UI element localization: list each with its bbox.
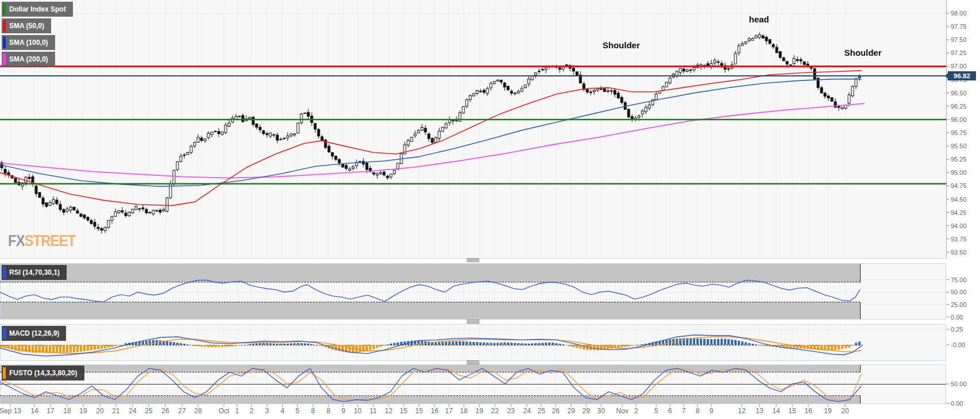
last-price-marker: 96.82: [948, 71, 976, 80]
x-tick-label: 26: [552, 407, 559, 415]
price-tick-label: 97.00: [951, 63, 967, 70]
x-tick-label: 8: [696, 407, 700, 415]
x-tick-label: 17: [445, 407, 452, 415]
logo-fx: FX: [8, 232, 25, 249]
legend-item[interactable]: SMA (50,0): [2, 18, 51, 33]
price-tick-label: 95.00: [951, 169, 967, 176]
price-tick-label: 98.00: [951, 10, 967, 17]
legend-color-bar: [3, 3, 6, 15]
price-tick-label: 95.50: [951, 143, 967, 149]
price-tick-label: 96.50: [951, 90, 967, 97]
rsi-color-bar: [3, 267, 6, 278]
macd-indicator-label[interactable]: MACD (12,26,9): [2, 326, 66, 341]
x-tick-label: 24: [523, 407, 530, 415]
fxstreet-logo: FXSTREET: [8, 232, 76, 250]
legend-item[interactable]: SMA (200,0): [2, 52, 55, 67]
price-tick-label: 94.25: [951, 209, 967, 216]
x-tick-label: 11: [370, 407, 377, 415]
x-tick-label: 5: [296, 407, 300, 415]
x-tick-label: 25: [145, 407, 152, 415]
panel-resize-handle[interactable]: [467, 360, 479, 365]
rsi-tick-label: 25.00: [951, 301, 967, 308]
x-tick-label: 17: [47, 407, 54, 415]
macd-tick-label: -0.00: [951, 341, 965, 348]
x-tick-label: 27: [178, 407, 185, 415]
x-tick-label: 26: [161, 407, 169, 415]
x-tick-label: 6: [668, 407, 672, 415]
logo-street: STREET: [25, 232, 76, 249]
price-tick-label: 96.25: [951, 103, 967, 110]
x-tick-label: 18: [460, 407, 467, 415]
legend-item[interactable]: SMA (100,0): [2, 35, 55, 50]
x-tick-label: 20: [96, 407, 103, 415]
macd-tick-label: 0.25: [951, 326, 963, 333]
fusto-tick-label: 50.00: [951, 380, 967, 387]
legend-color-bar: [3, 53, 6, 65]
x-tick-label: 15: [415, 407, 423, 415]
x-tick-label: 10: [354, 407, 361, 415]
x-tick-label: 5: [654, 407, 659, 415]
x-tick-label: 9: [342, 407, 346, 415]
rsi-tick-label: 50.00: [951, 289, 967, 295]
price-tick-label: 97.25: [951, 49, 967, 56]
price-tick-label: 96.00: [951, 116, 967, 123]
trading-chart-app: Dollar Index SpotSMA (50,0)SMA (100,0)SM…: [0, 0, 980, 419]
x-tick-label: 7: [682, 407, 686, 415]
price-tick-label: 94.75: [951, 182, 967, 189]
x-tick-label: 30: [597, 407, 605, 415]
x-tick-label: 25: [537, 407, 545, 415]
x-tick-label: 28: [194, 407, 202, 415]
fusto-indicator-label[interactable]: FUSTO (14,3,3,80,20): [2, 366, 84, 380]
x-tick-label: 9: [710, 407, 714, 415]
x-tick-label: 8: [311, 407, 315, 415]
price-tick-label: 97.50: [951, 36, 967, 43]
x-tick-label: 21: [112, 407, 119, 415]
macd-label-text: MACD (12,26,9): [9, 329, 59, 337]
x-tick-label: Oct: [219, 407, 230, 415]
x-tick-label: 15: [788, 407, 796, 415]
x-tick-label: 15: [400, 407, 407, 415]
legend-item-label: SMA (50,0): [9, 22, 44, 30]
x-tick-label: 8: [327, 407, 331, 415]
legend-item-label: SMA (100,0): [9, 39, 48, 47]
fusto-label-text: FUSTO (14,3,3,80,20): [9, 369, 78, 377]
x-tick-label: Nov: [616, 407, 628, 415]
x-tick-label: Sep 13: [0, 407, 21, 415]
price-tick-label: 93.75: [951, 236, 967, 243]
x-tick-label: 18: [63, 407, 71, 415]
pattern-annotation: Shoulder: [602, 40, 640, 50]
legend-item-label: Dollar Index Spot: [9, 5, 66, 13]
x-tick-label: 16: [431, 407, 438, 415]
x-tick-label: 14: [772, 407, 780, 415]
panel-resize-handle[interactable]: [467, 320, 479, 324]
x-tick-label: 13: [756, 407, 763, 415]
price-tick-label: 97.75: [951, 23, 967, 30]
x-tick-label: 23: [507, 407, 514, 415]
rsi-tick-label: 0.00: [951, 314, 963, 321]
rsi-indicator-label[interactable]: RSI (14,70,30,1): [2, 265, 67, 280]
x-tick-label: 2: [250, 407, 254, 415]
price-tick-label: 95.25: [951, 156, 967, 163]
price-tick-label: 94.50: [951, 196, 967, 203]
price-tick-label: 95.75: [951, 129, 967, 136]
fusto-tick-label: 0.00: [951, 400, 963, 407]
x-tick-label: 3: [265, 407, 269, 415]
legend-color-bar: [3, 37, 6, 48]
x-tick-label: 24: [129, 407, 136, 415]
chart-canvas[interactable]: [0, 0, 980, 419]
pattern-annotation: head: [749, 14, 769, 24]
x-tick-label: 29: [567, 407, 575, 415]
x-tick-label: 14: [30, 407, 38, 415]
x-tick-label: 12: [738, 407, 745, 415]
x-tick-label: 12: [385, 407, 392, 415]
fusto-color-bar: [3, 367, 6, 379]
x-tick-label: 19: [79, 407, 87, 415]
x-tick-label: 20: [841, 407, 849, 415]
price-marker-notch: [945, 73, 948, 79]
x-tick-label: 16: [804, 407, 812, 415]
pattern-annotation: Shoulder: [844, 48, 881, 57]
rsi-label-text: RSI (14,70,30,1): [9, 268, 60, 276]
panel-resize-handle[interactable]: [467, 258, 479, 263]
legend-item[interactable]: Dollar Index Spot: [2, 2, 73, 17]
x-tick-label: 2: [634, 407, 638, 415]
